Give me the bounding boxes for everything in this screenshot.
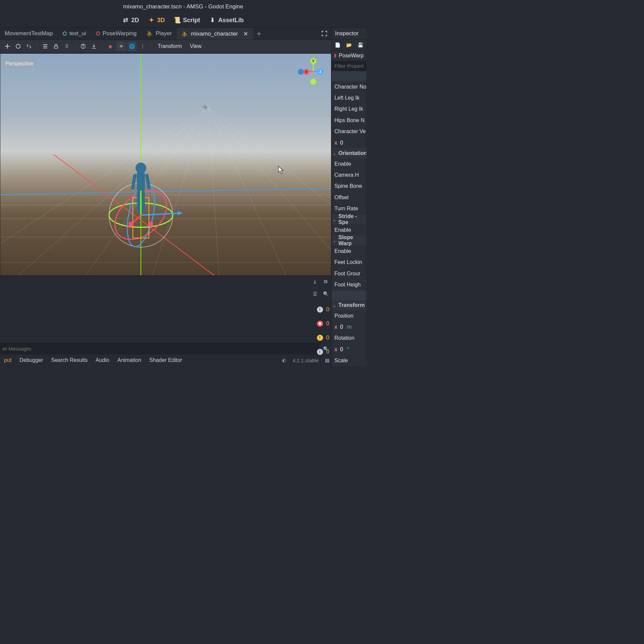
scene-tab-mixamo-character[interactable]: ⛹ mixamo_character ✕ — [177, 28, 253, 40]
prop-rotation-x[interactable]: x 0 ° — [332, 344, 366, 355]
dock-tab-animation[interactable]: Animation — [114, 356, 145, 365]
workspace-tabs: ⇄ 2D ✦ 3D 📜 Script ⬇ AssetLib — [0, 13, 366, 28]
axis-y-icon[interactable]: Y — [310, 58, 316, 64]
inspector-node[interactable]: PoseWarp — [332, 51, 366, 60]
environment-button[interactable]: 🌐 — [127, 42, 137, 51]
prop-character-node[interactable]: Character No — [332, 81, 366, 92]
prop-right-leg-ik[interactable]: Right Leg Ik — [332, 104, 366, 115]
prop-enable[interactable]: Enable — [332, 158, 366, 169]
close-icon[interactable]: ✕ — [243, 30, 248, 38]
axis-gizmo[interactable]: Y X Z — [300, 58, 327, 85]
move-mode-button[interactable] — [13, 42, 23, 51]
group-button[interactable]: ⠿ — [62, 42, 71, 51]
prop-spine-bone[interactable]: Spine Bone — [332, 181, 366, 192]
inspector-title: Inspector — [332, 28, 366, 40]
axis-z-icon[interactable]: Z — [317, 69, 323, 75]
workspace-tab-label: 2D — [131, 17, 139, 24]
transform-menu[interactable]: Transform — [154, 43, 185, 49]
axis-x-label: x — [334, 324, 337, 330]
snap-ground-button[interactable] — [89, 42, 99, 51]
save-resource-button[interactable]: 📄 — [334, 41, 341, 49]
select-mode-button[interactable] — [3, 42, 12, 51]
dock-tab-shader-editor[interactable]: Shader Editor — [146, 356, 185, 365]
more-button[interactable]: ⋮ — [138, 42, 147, 51]
scene-tab-label: test_ui — [69, 30, 86, 37]
rotate-mode-button[interactable] — [24, 42, 34, 51]
svg-rect-28 — [148, 222, 153, 226]
lock-button[interactable] — [51, 42, 61, 51]
axis-neg-y-icon[interactable] — [310, 79, 316, 85]
prop-camera-h[interactable]: Camera H — [332, 169, 366, 180]
prop-turn-rate[interactable]: Turn Rate — [332, 203, 366, 214]
filter-messages-input[interactable] — [0, 343, 320, 355]
prop-hips-bone[interactable]: Hips Bone N — [332, 115, 366, 126]
dock-search-button[interactable]: 🔍 — [322, 290, 329, 298]
add-scene-button[interactable]: ＋ — [253, 28, 265, 40]
arrows-2d-icon: ⇄ — [122, 17, 128, 23]
view-menu[interactable]: View — [186, 43, 205, 49]
prop-foot-ground[interactable]: Foot Grour — [332, 268, 366, 279]
status-messages[interactable]: ! 0 — [314, 304, 329, 316]
snap-cube-button[interactable] — [78, 42, 88, 51]
prop-position[interactable]: Position — [332, 310, 366, 321]
axis-x-icon[interactable]: X — [303, 69, 309, 75]
arrows-3d-icon: ✦ — [148, 17, 154, 23]
save-button[interactable]: 💾 — [357, 41, 364, 49]
section-orientation[interactable]: Orientation — [332, 148, 366, 158]
dock-tab-debugger[interactable]: Debugger — [16, 356, 46, 365]
scene-tab-player[interactable]: ⛹ Player — [142, 28, 177, 40]
workspace-tab-2d[interactable]: ⇄ 2D — [122, 17, 139, 24]
info-icon: ! — [317, 307, 323, 313]
prop-foot-height[interactable]: Foot Heigh — [332, 279, 366, 290]
open-resource-button[interactable]: 📂 — [346, 41, 353, 49]
scene-tab-movementtestmap[interactable]: MovementTestMap — [0, 28, 58, 40]
version-label[interactable]: 4.2.1.stable — [289, 358, 322, 363]
dock-tab-search-results[interactable]: Search Results — [48, 356, 91, 365]
bell-icon: i — [317, 349, 323, 355]
prop-enable[interactable]: Enable — [332, 224, 366, 235]
workspace-tab-3d[interactable]: ✦ 3D — [148, 17, 165, 24]
section-transform[interactable]: Transform — [332, 300, 366, 310]
workspace-tab-label: Script — [183, 17, 200, 24]
svg-rect-32 — [142, 191, 145, 212]
prop-value: 0 — [340, 346, 343, 353]
section-stride[interactable]: Stride - Spe — [332, 214, 366, 224]
status-errors[interactable]: ✖ 0 — [314, 318, 329, 330]
dock-tab-audio[interactable]: Audio — [92, 356, 113, 365]
scene-tab-label: MovementTestMap — [5, 30, 53, 37]
bottom-panel-area: ⤓ ⧉ ☰ 🔍 ! 0 ✖ 0 — [0, 276, 331, 343]
prop-position-x[interactable]: x 0 m — [332, 321, 366, 332]
viewport-3d[interactable]: Perspective Y X Z — [0, 53, 331, 276]
scene-tab-posewarping[interactable]: PoseWarping — [91, 28, 142, 40]
prop-enable[interactable]: Enable — [332, 246, 366, 257]
status-warnings[interactable]: ! 0 — [314, 332, 329, 344]
dock-collapse-button[interactable]: ⤓ — [311, 278, 319, 285]
viewport-grid — [0, 53, 331, 276]
prop-left-leg-ik[interactable]: Left Leg Ik — [332, 92, 366, 103]
character-icon: ⛹ — [146, 31, 153, 37]
workspace-tab-script[interactable]: 📜 Script — [174, 17, 200, 24]
dock-copy-button[interactable]: ⧉ — [322, 278, 329, 285]
projection-badge[interactable]: Perspective — [2, 59, 37, 68]
workspace-tab-assetlib[interactable]: ⬇ AssetLib — [210, 17, 244, 24]
camera-button[interactable]: ◉ — [106, 42, 115, 51]
axis-x-label: x — [334, 140, 337, 146]
prop-scale[interactable]: Scale — [332, 355, 366, 366]
prop-offset[interactable]: Offset — [332, 192, 366, 203]
scene-tab-test-ui[interactable]: test_ui — [58, 28, 91, 40]
prop-vector-x[interactable]: x 0 — [332, 137, 366, 148]
section-slope-warp[interactable]: Slope Warp — [332, 235, 366, 246]
sun-button[interactable]: ☀ — [116, 42, 126, 51]
prop-rotation[interactable]: Rotation — [332, 333, 366, 344]
inspector-filter-input[interactable] — [332, 61, 366, 71]
status-count: 0 — [326, 348, 329, 355]
prop-value: 0 — [340, 140, 343, 146]
prop-feet-locking[interactable]: Feet Lockin — [332, 257, 366, 268]
distraction-free-button[interactable] — [319, 28, 329, 40]
prop-character-ve[interactable]: Character Ve — [332, 126, 366, 137]
dock-tab-output[interactable]: put — [1, 356, 15, 365]
list-button[interactable] — [41, 42, 50, 51]
svg-point-29 — [136, 162, 146, 173]
dock-filter-button[interactable]: ☰ — [311, 290, 319, 298]
status-info[interactable]: i 0 — [314, 346, 329, 358]
